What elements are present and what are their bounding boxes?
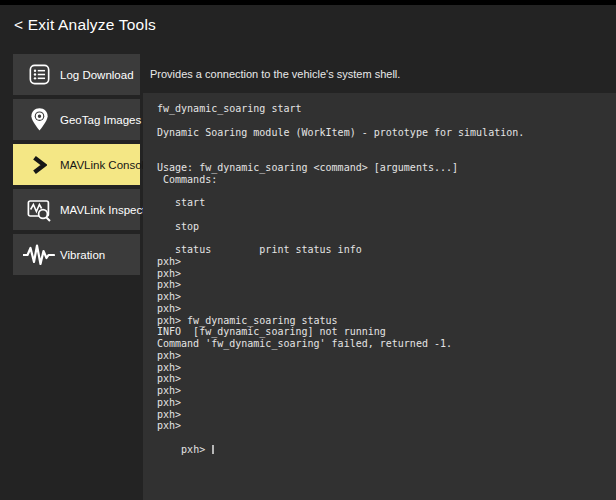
console-output-line: pxh>: [157, 420, 610, 432]
text-cursor: [212, 445, 214, 454]
console-output-line: [157, 209, 610, 221]
console-output-line: pxh>: [157, 409, 610, 421]
sidebar-item-mavlink-console[interactable]: MAVLink Console: [13, 144, 140, 185]
console-output-line: pxh>: [157, 279, 610, 291]
console-output-line: pxh>: [157, 362, 610, 374]
console-output-line: pxh>: [157, 256, 610, 268]
sidebar-item-label: GeoTag Images: [60, 114, 141, 126]
console-output-line: [157, 185, 610, 197]
console-output-line: pxh>: [157, 303, 610, 315]
chevron-right-icon: [22, 151, 56, 179]
list-icon: [22, 61, 56, 89]
console-output-line: Command 'fw_dynamic_soaring' failed, ret…: [157, 338, 610, 350]
console-output-line: pxh>: [157, 350, 610, 362]
vibration-waveform-icon: [22, 241, 56, 269]
map-pin-icon: [22, 106, 56, 134]
console-output-line: [157, 232, 610, 244]
console-output-line: status print status info: [157, 244, 610, 256]
tool-description: Provides a connection to the vehicle's s…: [150, 68, 610, 80]
console-output: fw_dynamic_soaring start Dynamic Soaring…: [157, 103, 610, 432]
console-output-line: [157, 138, 610, 150]
console-output-line: fw_dynamic_soaring start: [157, 103, 610, 115]
sidebar-item-label: Vibration: [60, 249, 105, 261]
console-output-line: pxh>: [157, 397, 610, 409]
console-output-line: [157, 115, 610, 127]
window-top-edge: [0, 0, 616, 5]
console-prompt-line[interactable]: pxh>: [157, 432, 610, 444]
console-output-line: Commands:: [157, 174, 610, 186]
console-output-line: start: [157, 197, 610, 209]
console-prompt: pxh>: [181, 444, 211, 455]
sidebar-item-vibration[interactable]: Vibration: [13, 234, 140, 275]
console-output-line: pxh>: [157, 385, 610, 397]
sidebar-item-label: Log Download: [60, 69, 134, 81]
sidebar-item-log-download[interactable]: Log Download: [13, 54, 140, 95]
exit-analyze-tools-button[interactable]: < Exit Analyze Tools: [14, 14, 156, 36]
console-output-line: pxh> fw_dynamic_soaring status: [157, 315, 610, 327]
console-output-line: [157, 150, 610, 162]
console-output-line: pxh>: [157, 268, 610, 280]
console-output-line: Usage: fw_dynamic_soaring <command> [arg…: [157, 162, 610, 174]
console-output-line: INFO [fw_dynamic_soaring] not running: [157, 326, 610, 338]
console-output-line: pxh>: [157, 291, 610, 303]
sidebar-item-geotag-images[interactable]: GeoTag Images: [13, 99, 140, 140]
mavlink-console-panel[interactable]: fw_dynamic_soaring start Dynamic Soaring…: [143, 93, 616, 500]
console-output-line: pxh>: [157, 373, 610, 385]
analyze-tools-sidebar: Log Download GeoTag Images MAVLink Conso…: [13, 54, 140, 275]
sidebar-item-label: MAVLink Inspector: [60, 204, 156, 216]
sidebar-item-mavlink-inspector[interactable]: MAVLink Inspector: [13, 189, 140, 230]
waveform-magnifier-icon: [22, 196, 56, 224]
console-output-line: Dynamic Soaring module (WorkItem) - prot…: [157, 127, 610, 139]
page-title: < Exit Analyze Tools: [14, 16, 156, 34]
console-output-line: stop: [157, 221, 610, 233]
sidebar-item-label: MAVLink Console: [60, 159, 151, 171]
